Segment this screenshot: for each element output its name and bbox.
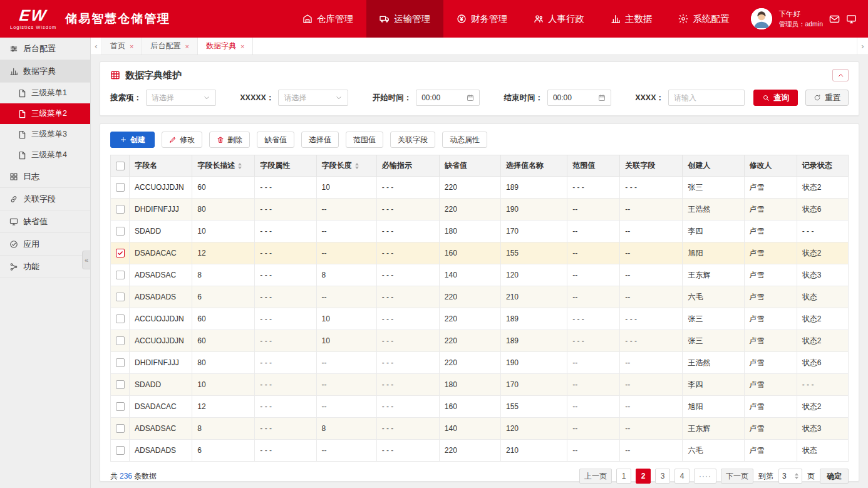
panel-collapse-button[interactable] — [832, 69, 849, 81]
tab-close-icon[interactable]: × — [240, 43, 244, 50]
sidebar-collapse-handle[interactable]: « — [82, 251, 90, 269]
column-label: 记录状态 — [802, 161, 832, 170]
tab[interactable]: 后台配置× — [142, 38, 197, 55]
cell: 六毛 — [683, 440, 744, 462]
table-header-row: 字段名字段长描述字段属性字段长度必输指示缺省值选择值名称范围值关联字段创建人修改… — [111, 155, 849, 177]
tab-close-icon[interactable]: × — [185, 43, 189, 50]
toolbar-button[interactable]: 关联字段 — [390, 132, 435, 148]
toolbar-button[interactable]: 修改 — [162, 132, 202, 148]
row-checkbox[interactable] — [116, 271, 125, 279]
toolbar-button[interactable]: 创建 — [110, 132, 155, 148]
cell: - - - — [255, 199, 316, 221]
sidebar-item[interactable]: 应用 — [0, 233, 90, 256]
page-button[interactable]: 1 — [616, 469, 631, 484]
row-checkbox[interactable] — [116, 336, 125, 345]
row-checkbox[interactable] — [116, 205, 125, 214]
row-checkbox[interactable] — [116, 183, 125, 192]
tab-close-icon[interactable]: × — [130, 43, 133, 50]
select-input[interactable]: 请选择 — [146, 90, 216, 106]
table-row[interactable]: DSADACAC12- - ---- - -160155----旭阳卢雪状态2 — [111, 242, 849, 264]
sidebar-item[interactable]: 关联字段 — [0, 188, 90, 210]
tab[interactable]: 首页× — [102, 38, 142, 55]
goto-page-stepper[interactable]: 3 — [778, 469, 802, 484]
time-input[interactable]: 00:00 — [416, 90, 480, 106]
select-input[interactable]: 请选择 — [278, 90, 348, 106]
table-row[interactable]: ADSADSAC8- - -8- - -140120----王东辉卢雪状态3 — [111, 264, 849, 286]
sidebar-item[interactable]: 缺省值 — [0, 210, 90, 233]
toolbar-button[interactable]: 动态属性 — [442, 132, 487, 148]
sidebar-item[interactable]: 数据字典 — [0, 60, 90, 83]
tab[interactable]: 数据字典× — [198, 38, 253, 55]
sort-icon[interactable] — [355, 163, 359, 169]
table-row[interactable]: SDADD10- - ---- - -180170----李四卢雪- - - — [111, 221, 849, 242]
column-label: 必输指示 — [382, 161, 412, 170]
row-checkbox[interactable] — [116, 358, 125, 367]
row-checkbox[interactable] — [116, 314, 125, 323]
nav-item[interactable]: 仓库管理 — [289, 0, 366, 38]
row-checkbox[interactable] — [116, 227, 125, 236]
table-row[interactable]: SDADD10- - ---- - -180170----李四卢雪- - - — [111, 374, 849, 396]
cell: - - - — [376, 242, 439, 264]
sidebar-item[interactable]: 三级菜单2 — [0, 103, 90, 124]
table-row[interactable]: DSADACAC12- - ---- - -160155----旭阳卢雪状态2 — [111, 396, 849, 418]
nav-item[interactable]: 人事行政 — [520, 0, 597, 38]
table-row[interactable]: ACCUOJJDJN60- - -10- - -220189- - -- - -… — [111, 330, 849, 352]
sort-icon[interactable] — [238, 163, 242, 169]
cell: - - - — [255, 286, 316, 308]
text-input[interactable] — [668, 90, 745, 106]
row-checkbox[interactable] — [116, 293, 125, 301]
table-row[interactable]: ADSADADS6- - ---- - -220210----六毛卢雪状态 — [111, 286, 849, 308]
nav-item[interactable]: 主数据 — [597, 0, 666, 38]
cell-checkbox — [111, 396, 130, 418]
sidebar-item[interactable]: 三级菜单3 — [0, 124, 90, 145]
cell: ACCUOJJDJN — [130, 177, 192, 199]
nav-item[interactable]: 财务管理 — [443, 0, 520, 38]
tabs-scroll-right-icon[interactable]: › — [857, 38, 868, 55]
goto-confirm-button[interactable]: 确定 — [820, 469, 849, 484]
row-checkbox[interactable] — [116, 446, 125, 455]
mail-icon[interactable] — [829, 14, 840, 24]
sidebar-item[interactable]: 三级菜单4 — [0, 145, 90, 165]
sidebar-item[interactable]: 日志 — [0, 165, 90, 188]
table-row[interactable]: ADSADADS6- - ---- - -220210----六毛卢雪状态 — [111, 440, 849, 462]
monitor-icon[interactable] — [846, 14, 857, 24]
row-checkbox[interactable] — [116, 249, 125, 257]
page-ellipsis[interactable]: ···· — [694, 469, 716, 484]
refresh-icon — [814, 94, 821, 101]
page-button[interactable]: 4 — [674, 469, 690, 484]
table-row[interactable]: ACCUOJJDJN60- - -10- - -220189- - -- - -… — [111, 177, 849, 199]
select-all-checkbox[interactable] — [116, 162, 125, 170]
avatar[interactable] — [751, 8, 772, 29]
toolbar-button[interactable]: 删除 — [209, 132, 250, 148]
page-button[interactable]: 2 — [636, 469, 651, 484]
page-button[interactable]: 3 — [655, 469, 670, 484]
nav-item[interactable]: 系统配置 — [665, 0, 742, 38]
cell: -- — [316, 199, 376, 221]
header-cell: 缺省值 — [439, 155, 500, 177]
next-page-button[interactable]: 下一页 — [721, 469, 753, 484]
sidebar-item[interactable]: 三级菜单1 — [0, 83, 90, 103]
sidebar-item[interactable]: 后台配置 — [0, 38, 90, 60]
row-checkbox[interactable] — [116, 380, 125, 389]
row-checkbox[interactable] — [116, 402, 125, 411]
table-row[interactable]: ADSADSAC8- - -8- - -140120----王东辉卢雪状态3 — [111, 418, 849, 440]
cell: -- — [567, 242, 620, 264]
query-button[interactable]: 查询 — [753, 90, 798, 106]
toolbar-button[interactable]: 选择值 — [301, 132, 339, 148]
tabs-scroll-left-icon[interactable]: ‹ — [91, 38, 102, 55]
chain-icon — [9, 195, 18, 204]
table-row[interactable]: DHDIFNFJJJ80- - ---- - -220190----王浩然卢雪状… — [111, 352, 849, 374]
table-row[interactable]: DHDIFNFJJJ80- - ---- - -220190----王浩然卢雪状… — [111, 199, 849, 221]
sidebar-item[interactable]: 功能 — [0, 256, 90, 278]
stepper-arrows-icon[interactable] — [795, 473, 798, 479]
reset-button[interactable]: 重置 — [805, 90, 849, 106]
nav-item[interactable]: 运输管理 — [366, 0, 443, 38]
cell: 卢雪 — [744, 308, 797, 330]
time-input[interactable]: 00:00 — [547, 90, 611, 106]
prev-page-button[interactable]: 上一页 — [579, 469, 612, 484]
table-row[interactable]: ACCUOJJDJN60- - -10- - -220189- - -- - -… — [111, 308, 849, 330]
row-checkbox[interactable] — [116, 424, 125, 433]
cell: 210 — [500, 286, 567, 308]
toolbar-button[interactable]: 缺省值 — [257, 132, 294, 148]
toolbar-button[interactable]: 范围值 — [346, 132, 383, 148]
